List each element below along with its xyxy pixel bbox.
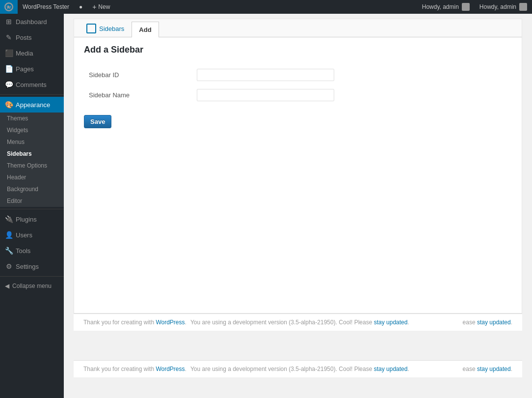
footer-stay-updated-link-b[interactable]: stay updated <box>374 366 408 372</box>
sidebar-item-dashboard[interactable]: ⊞ Dashboard <box>0 14 64 29</box>
collapse-arrow-icon: ◀ <box>5 283 9 289</box>
footer-period3-b: . <box>511 366 512 372</box>
sidebar-name-label: Sidebar Name <box>84 85 192 105</box>
sidebar-id-cell <box>192 65 512 85</box>
pages-icon: 📄 <box>5 65 13 73</box>
sidebar-item-pages[interactable]: 📄 Pages <box>0 61 64 77</box>
footer-period-b: . <box>185 366 186 372</box>
page-footer-2: Thank you for creating with WordPress. Y… <box>74 360 522 377</box>
sidebar-id-input[interactable] <box>197 69 334 81</box>
save-button[interactable]: Save <box>84 115 111 128</box>
sidebar-item-label-plugins: Plugins <box>16 216 37 223</box>
footer-right-text: ease stay updated. <box>463 319 512 326</box>
media-icon: ⬛ <box>5 49 13 57</box>
sidebar-item-plugins[interactable]: 🔌 Plugins <box>0 211 64 227</box>
footer-wordpress-link-b[interactable]: WordPress <box>156 366 185 372</box>
sidebar-item-label-users: Users <box>16 231 32 239</box>
footer-row-1: Thank you for creating with WordPress. Y… <box>83 319 512 326</box>
footer-row-2: Thank you for creating with WordPress. Y… <box>83 366 512 372</box>
footer-stay-updated-link2[interactable]: stay updated <box>477 319 511 326</box>
sidebar-item-appearance[interactable]: 🎨 Appearance <box>0 97 64 113</box>
footer-ease-text-b: ease <box>463 366 477 372</box>
submenu-item-menus[interactable]: Menus <box>0 136 64 148</box>
main-content: Sidebars Add Add a Sidebar Sidebar ID <box>64 14 532 398</box>
footer-period2-b: . <box>407 366 409 372</box>
plugins-icon: 🔌 <box>5 215 13 223</box>
posts-icon: ✎ <box>5 33 13 41</box>
howdy-text-2: Howdy, admin <box>479 3 516 10</box>
comments-bar-item[interactable]: ● <box>74 0 87 14</box>
howdy-text: Howdy, admin <box>422 3 459 10</box>
footer-version-info-b: You are using a development version (3.5… <box>190 366 409 372</box>
footer-thank-you-text: Thank you for creating with <box>83 319 156 326</box>
footer-stay-updated-link2-b[interactable]: stay updated <box>477 366 511 372</box>
sidebar-item-users[interactable]: 👤 Users <box>0 227 64 243</box>
sidebar-item-label-pages: Pages <box>16 65 34 73</box>
tab-add[interactable]: Add <box>132 22 159 37</box>
sidebar-form-table: Sidebar ID Sidebar Name <box>84 65 512 105</box>
site-name-text: WordPress Tester <box>23 3 69 10</box>
sidebar-item-label-posts: Posts <box>16 34 32 41</box>
footer-stay-updated-link[interactable]: stay updated <box>374 319 408 326</box>
footer-thank-you-b: Thank you for creating with WordPress. <box>83 366 186 372</box>
tab-sidebars-label: Sidebars <box>99 25 124 32</box>
footer-right-text-b: ease stay updated. <box>463 366 512 372</box>
admin-sidebar: ⊞ Dashboard ✎ Posts ⬛ Media 📄 Pages 💬 Co… <box>0 14 64 398</box>
collapse-menu-label: Collapse menu <box>12 283 52 289</box>
svg-text:W: W <box>7 5 11 10</box>
page-footer: Thank you for creating with WordPress. Y… <box>74 313 522 331</box>
collapse-menu-button[interactable]: ◀ Collapse menu <box>0 279 64 293</box>
sidebar-item-settings[interactable]: ⚙ Settings <box>0 258 64 274</box>
submenu-item-widgets[interactable]: Widgets <box>0 124 64 136</box>
sidebar-item-label-dashboard: Dashboard <box>16 18 47 26</box>
content-body: Sidebars Add Add a Sidebar Sidebar ID <box>74 19 522 313</box>
tab-sidebars[interactable]: Sidebars <box>79 19 132 37</box>
site-name-bar[interactable]: WordPress Tester <box>18 0 74 14</box>
footer-wordpress-link[interactable]: WordPress <box>156 319 185 326</box>
footer-dev-version-text: You are using a development version (3.5… <box>190 319 374 326</box>
submenu-item-background[interactable]: Background <box>0 183 64 195</box>
footer-version-info: You are using a development version (3.5… <box>190 319 409 326</box>
sidebar-name-row: Sidebar Name <box>84 85 512 105</box>
submenu-item-theme-options[interactable]: Theme Options <box>0 160 64 171</box>
sidebar-name-label-text: Sidebar Name <box>89 91 130 99</box>
sidebar-id-label: Sidebar ID <box>84 65 192 85</box>
submenu-item-sidebars[interactable]: Sidebars <box>0 148 64 160</box>
sidebar-id-label-text: Sidebar ID <box>89 71 119 79</box>
new-label: New <box>98 3 110 10</box>
sidebars-tab-icon <box>86 24 96 33</box>
sidebar-name-input[interactable] <box>197 89 334 101</box>
sidebar-name-cell <box>192 85 512 105</box>
sidebar-item-tools[interactable]: 🔧 Tools <box>0 243 64 258</box>
adminbar-right: Howdy, admin Howdy, admin <box>417 0 532 14</box>
comments-icon: 💬 <box>5 81 13 88</box>
wp-logo[interactable]: W <box>0 0 18 14</box>
sidebar-item-posts[interactable]: ✎ Posts <box>0 29 64 45</box>
submenu-item-header[interactable]: Header <box>0 171 64 183</box>
appearance-icon: 🎨 <box>5 101 13 109</box>
users-icon: 👤 <box>5 231 13 239</box>
appearance-submenu: Themes Widgets Menus Sidebars Theme Opti… <box>0 113 64 207</box>
sidebar-item-label-media: Media <box>16 50 33 57</box>
howdy-user[interactable]: Howdy, admin <box>417 0 475 14</box>
sidebar-item-comments[interactable]: 💬 Comments <box>0 77 64 92</box>
tab-bar: Sidebars Add <box>74 19 522 37</box>
sidebar-item-label-tools: Tools <box>16 247 30 255</box>
footer-dev-version-text-b: You are using a development version (3.5… <box>190 366 374 372</box>
user-avatar-2 <box>519 3 527 11</box>
tab-add-label: Add <box>139 26 151 33</box>
sidebar-item-label-comments: Comments <box>16 81 47 88</box>
sidebar-item-media[interactable]: ⬛ Media <box>0 45 64 61</box>
dashboard-icon: ⊞ <box>5 18 13 26</box>
new-content-bar[interactable]: + New <box>87 0 115 14</box>
user-avatar <box>462 3 470 11</box>
plus-icon: + <box>92 3 96 11</box>
admin-bar: W WordPress Tester ● + New Howdy, admin … <box>0 0 532 14</box>
footer-period2: . <box>407 319 409 326</box>
submenu-item-editor[interactable]: Editor <box>0 195 64 207</box>
footer-period3: . <box>511 319 512 326</box>
comments-icon: ● <box>79 3 82 10</box>
footer-thank-you-text-b: Thank you for creating with <box>83 366 156 372</box>
submenu-item-themes[interactable]: Themes <box>0 113 64 124</box>
howdy-user-2[interactable]: Howdy, admin <box>475 0 532 14</box>
